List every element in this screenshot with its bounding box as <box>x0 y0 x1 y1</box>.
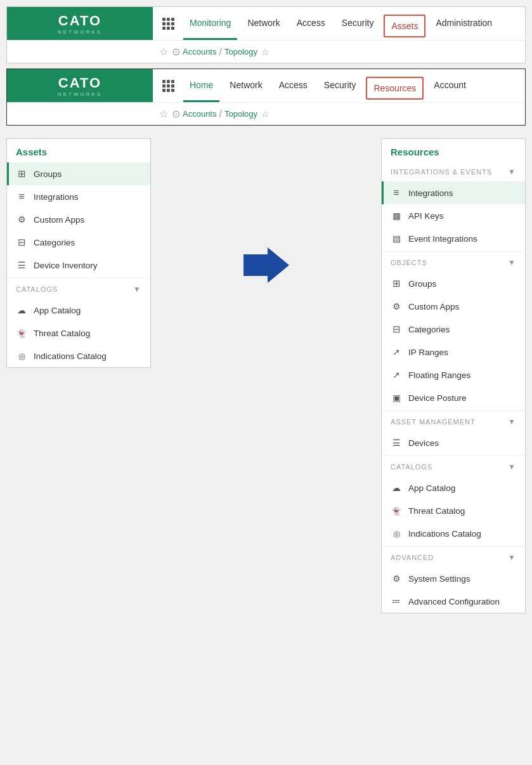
assets-groups-item[interactable]: Groups <box>7 162 150 185</box>
assets-app-catalog-item[interactable]: App Catalog <box>7 299 150 322</box>
assets-catalogs-section[interactable]: CATALOGS ▼ <box>7 280 150 299</box>
res-api-keys-item[interactable]: API Keys <box>382 204 525 227</box>
advanced-config-icon <box>391 596 402 607</box>
star-icon2[interactable]: ☆ <box>159 108 168 120</box>
back-icon1[interactable]: ⊙ <box>172 46 180 58</box>
res-ip-ranges-label: IP Ranges <box>408 348 448 357</box>
nav1-administration[interactable]: Administration <box>429 7 498 40</box>
objects-section[interactable]: OBJECTS ▼ <box>382 253 525 272</box>
res-device-posture-item[interactable]: Device Posture <box>382 386 525 409</box>
res-event-integrations-item[interactable]: Event Integrations <box>382 227 525 250</box>
res-threat-catalog-label: Threat Catalog <box>408 506 465 516</box>
objects-chevron: ▼ <box>508 258 516 267</box>
res-system-settings-item[interactable]: System Settings <box>382 567 525 590</box>
res-indications-catalog-label: Indications Catalog <box>408 529 481 539</box>
res-catalogs-label: CATALOGS <box>391 463 432 471</box>
nav2-network[interactable]: Network <box>223 69 268 102</box>
grid-icon1[interactable] <box>159 15 177 32</box>
res-app-catalog-item[interactable]: App Catalog <box>382 476 525 499</box>
devices-icon <box>391 437 402 448</box>
assets-indications-catalog-label: Indications Catalog <box>34 351 107 361</box>
star-icon1[interactable]: ☆ <box>159 46 168 58</box>
nav1-network[interactable]: Network <box>241 7 286 40</box>
advanced-label: ADVANCED <box>391 554 434 561</box>
assets-threat-catalog-item[interactable]: Threat Catalog <box>7 322 150 344</box>
res-device-posture-label: Device Posture <box>408 393 467 403</box>
catalogs-chevron-left: ▼ <box>133 285 141 294</box>
threat-catalog-icon-right <box>391 505 402 516</box>
integrations-events-chevron: ▼ <box>508 167 516 176</box>
asset-management-chevron: ▼ <box>508 417 516 426</box>
res-integrations-item[interactable]: Integrations <box>382 181 525 204</box>
fav-star1[interactable]: ☆ <box>261 47 269 57</box>
back-icon2[interactable]: ⊙ <box>172 108 180 120</box>
res-catalogs-section[interactable]: CATALOGS ▼ <box>382 457 525 476</box>
assets-device-inventory-label: Device Inventory <box>34 261 98 270</box>
logo2[interactable]: CATO NETWORKS <box>7 69 153 102</box>
nav1-assets[interactable]: Assets <box>384 15 425 37</box>
nav2-resources[interactable]: Resources <box>366 77 424 100</box>
floating-ranges-icon <box>391 369 402 381</box>
fav-star2[interactable]: ☆ <box>261 109 269 119</box>
breadcrumb1-part1[interactable]: Accounts <box>183 47 216 56</box>
breadcrumb1-bar: ☆ ⊙ Accounts / Topology ☆ <box>7 40 525 63</box>
arrow-body <box>243 254 268 276</box>
indications-catalog-icon-left <box>16 350 27 362</box>
res-catalogs-chevron: ▼ <box>508 462 516 471</box>
res-indications-catalog-item[interactable]: Indications Catalog <box>382 522 525 545</box>
asset-management-section[interactable]: ASSET MANAGEMENT ▼ <box>382 412 525 431</box>
assets-catalogs-label: CATALOGS <box>16 285 58 293</box>
assets-app-catalog-label: App Catalog <box>34 306 81 315</box>
res-categories-item[interactable]: Categories <box>382 318 525 341</box>
arrow-head <box>268 247 289 283</box>
navbar1-wrapper: CATO NETWORKS Monitoring Network Access … <box>6 6 526 63</box>
assets-custom-apps-label: Custom Apps <box>34 215 84 225</box>
categories-icon-right <box>391 324 402 335</box>
assets-indications-catalog-item[interactable]: Indications Catalog <box>7 344 150 367</box>
catalogs-divider-right <box>382 455 525 456</box>
grid-dots1 <box>162 18 174 30</box>
nav2-home[interactable]: Home <box>183 69 219 102</box>
nav1-access[interactable]: Access <box>290 7 332 40</box>
assets-categories-item[interactable]: Categories <box>7 231 150 254</box>
breadcrumb2-part2[interactable]: Topology <box>224 109 257 119</box>
integrations-events-section[interactable]: INTEGRATIONS & EVENTS ▼ <box>382 162 525 181</box>
res-app-catalog-label: App Catalog <box>408 483 455 493</box>
nav2-links: Home Network Access Security Resources A… <box>153 69 479 102</box>
device-inventory-icon <box>16 259 27 271</box>
app-catalog-icon-right <box>391 482 402 494</box>
integrations-icon-right <box>391 187 402 199</box>
objects-label: OBJECTS <box>391 259 427 266</box>
arrow-shape <box>243 247 289 283</box>
assets-device-inventory-item[interactable]: Device Inventory <box>7 254 150 277</box>
res-groups-item[interactable]: Groups <box>382 272 525 295</box>
advanced-section[interactable]: ADVANCED ▼ <box>382 548 525 567</box>
breadcrumb2-part1[interactable]: Accounts <box>183 109 216 119</box>
assets-custom-apps-item[interactable]: Custom Apps <box>7 208 150 231</box>
assets-integrations-item[interactable]: Integrations <box>7 185 150 208</box>
nav2-access[interactable]: Access <box>273 69 314 102</box>
res-ip-ranges-item[interactable]: IP Ranges <box>382 341 525 363</box>
res-advanced-config-item[interactable]: Advanced Configuration <box>382 590 525 613</box>
breadcrumb2-sep: / <box>219 108 221 120</box>
grid-icon2[interactable] <box>159 77 177 95</box>
nav1-monitoring[interactable]: Monitoring <box>183 7 237 40</box>
navbar2: CATO NETWORKS Home Network Access Securi… <box>7 69 525 102</box>
res-api-keys-label: API Keys <box>408 211 444 221</box>
device-posture-icon <box>391 392 402 403</box>
res-integrations-label: Integrations <box>408 188 453 198</box>
integrations-events-label: INTEGRATIONS & EVENTS <box>391 168 492 176</box>
res-event-integrations-label: Event Integrations <box>408 234 477 244</box>
breadcrumb1-part2[interactable]: Topology <box>224 47 257 56</box>
res-custom-apps-item[interactable]: Custom Apps <box>382 295 525 318</box>
assets-integrations-label: Integrations <box>34 192 79 202</box>
nav2-account[interactable]: Account <box>427 69 472 102</box>
res-devices-item[interactable]: Devices <box>382 431 525 454</box>
logo1[interactable]: CATO NETWORKS <box>7 7 153 40</box>
objects-divider <box>382 251 525 252</box>
nav2-security[interactable]: Security <box>318 69 363 102</box>
integrations-icon-left <box>16 191 27 202</box>
res-threat-catalog-item[interactable]: Threat Catalog <box>382 499 525 522</box>
res-floating-ranges-item[interactable]: Floating Ranges <box>382 363 525 386</box>
nav1-security[interactable]: Security <box>335 7 380 40</box>
